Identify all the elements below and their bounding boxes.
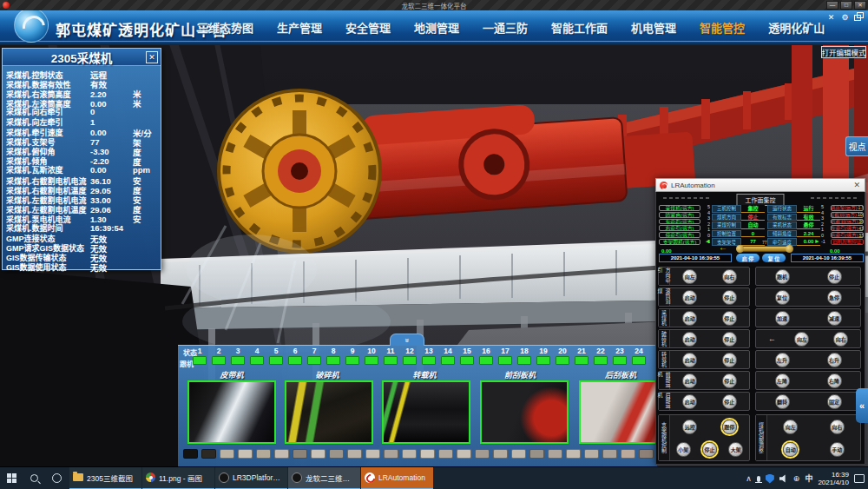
- control-button[interactable]: 停止: [722, 394, 737, 409]
- support-status-indicator[interactable]: [536, 356, 550, 365]
- filmstrip-frame[interactable]: [529, 449, 544, 459]
- filmstrip-frame[interactable]: [457, 449, 471, 459]
- support-status-indicator[interactable]: [613, 356, 627, 365]
- panel-close-icon[interactable]: ✕: [146, 51, 158, 63]
- camera-thumbnail[interactable]: [480, 380, 569, 444]
- control-button[interactable]: 减速: [827, 311, 842, 326]
- security-shield-icon[interactable]: [766, 474, 774, 484]
- control-button[interactable]: 停止: [702, 442, 717, 457]
- filmstrip-frame[interactable]: [293, 449, 307, 459]
- filmstrip-frame[interactable]: [220, 449, 234, 459]
- support-status-indicator[interactable]: [288, 356, 302, 365]
- support-status-indicator[interactable]: [632, 356, 646, 365]
- support-status-indicator[interactable]: [594, 356, 608, 365]
- microphone-icon[interactable]: [757, 476, 760, 482]
- control-button[interactable]: 固定: [827, 394, 842, 409]
- control-button[interactable]: 向右: [830, 420, 845, 434]
- control-button[interactable]: 向左: [794, 332, 809, 347]
- nav-menu-item[interactable]: 一通三防: [483, 19, 528, 36]
- support-status-indicator[interactable]: [403, 356, 417, 365]
- filmstrip-frame[interactable]: [548, 449, 562, 459]
- filmstrip-frame[interactable]: [365, 449, 380, 459]
- viewpoint-tab[interactable]: 视点: [845, 136, 868, 156]
- remote-command-button[interactable]: 右截割(远方) 36: [831, 219, 864, 225]
- control-button[interactable]: 向右: [833, 332, 848, 347]
- control-button[interactable]: 启动: [682, 394, 697, 409]
- remote-command-button[interactable]: 喷雾启(远方): [659, 212, 700, 218]
- close-button[interactable]: ✕: [854, 1, 866, 10]
- filmstrip-frame[interactable]: [238, 449, 253, 459]
- control-button[interactable]: 小架: [676, 442, 691, 457]
- remote-command-button[interactable]: 左牵引(远方): [659, 219, 700, 225]
- taskbar-app-button[interactable]: 2305三维截图: [69, 467, 141, 489]
- nav-menu-item[interactable]: 地测管理: [414, 19, 459, 36]
- control-button[interactable]: 加速: [775, 311, 790, 326]
- filmstrip-frame[interactable]: [384, 449, 398, 459]
- nav-menu-item[interactable]: 透明化矿山: [768, 19, 825, 36]
- control-button[interactable]: 复位: [775, 290, 790, 305]
- speaker-icon[interactable]: [779, 474, 788, 483]
- control-button[interactable]: 停止: [722, 290, 737, 305]
- filmstrip-frame[interactable]: [402, 449, 417, 459]
- clock[interactable]: 16:39 2021/4/10: [818, 471, 849, 486]
- support-status-indicator[interactable]: [575, 356, 589, 365]
- remote-command-button[interactable]: 采煤机(远方): [659, 205, 700, 211]
- remote-command-button[interactable]: 右牵引(远方): [659, 225, 700, 231]
- filmstrip-frame[interactable]: [475, 449, 490, 459]
- control-button[interactable]: 右升: [827, 353, 842, 367]
- open-edit-mode-button[interactable]: 打开编辑模式: [821, 46, 866, 58]
- control-button[interactable]: 停止: [722, 332, 737, 347]
- control-button[interactable]: 大架: [728, 442, 743, 457]
- filmstrip-frame[interactable]: [438, 449, 453, 459]
- taskbar-app-button[interactable]: 11.png - 画图: [142, 467, 214, 489]
- control-button[interactable]: 停止: [722, 311, 737, 326]
- start-stop-button[interactable]: 启 停: [736, 254, 760, 262]
- maximize-button[interactable]: □: [840, 1, 852, 10]
- filmstrip-frame[interactable]: [347, 449, 362, 459]
- filmstrip-frame[interactable]: [566, 449, 581, 459]
- camera-thumbnail[interactable]: [579, 380, 657, 444]
- camera-panel-collapse-tab[interactable]: »: [390, 334, 424, 346]
- lrautomation-titlebar[interactable]: LRAutomation ✕: [655, 178, 865, 192]
- tools-icon[interactable]: ✕: [825, 12, 837, 23]
- control-button[interactable]: 向左: [783, 420, 798, 434]
- control-button[interactable]: 启动: [682, 290, 697, 305]
- support-status-indicator[interactable]: [193, 356, 207, 365]
- nav-menu-item[interactable]: 安全管理: [345, 19, 391, 36]
- taskbar-app-button[interactable]: 龙软二三维一体化...: [288, 467, 360, 489]
- os-titlebar[interactable]: 龙软二三维一体化平台 — □ ✕: [0, 0, 868, 10]
- filmstrip-frame[interactable]: [639, 449, 654, 459]
- filmstrip-frame[interactable]: [274, 449, 289, 459]
- support-status-indicator[interactable]: [556, 356, 569, 365]
- filmstrip-frame[interactable]: [256, 449, 271, 459]
- support-status-indicator[interactable]: [250, 356, 264, 365]
- restore-layout-icon[interactable]: [853, 12, 865, 23]
- network-globe-icon[interactable]: ⊕: [793, 474, 800, 483]
- control-button[interactable]: 停止: [722, 373, 737, 388]
- filmstrip-frame[interactable]: [584, 449, 599, 459]
- remote-command-button[interactable]: 四机控制停止: [831, 239, 864, 245]
- control-button[interactable]: 左升: [775, 353, 790, 367]
- support-status-indicator[interactable]: [326, 356, 340, 365]
- support-status-indicator[interactable]: [422, 356, 436, 365]
- search-icon[interactable]: [23, 467, 45, 489]
- remote-command-button[interactable]: 调高泵(远方) 1.5: [831, 205, 864, 211]
- support-status-indicator[interactable]: [460, 356, 474, 365]
- tray-expand-icon[interactable]: ∧: [746, 474, 752, 483]
- support-status-indicator[interactable]: [384, 356, 398, 365]
- support-status-indicator[interactable]: [498, 356, 512, 365]
- support-status-indicator[interactable]: [307, 356, 321, 365]
- control-button[interactable]: 停止: [827, 269, 842, 284]
- filmstrip-frame[interactable]: [602, 449, 617, 459]
- control-button[interactable]: 右降: [827, 373, 842, 388]
- filmstrip-frame[interactable]: [329, 449, 344, 459]
- collapse-panel-tab[interactable]: «: [856, 388, 868, 423]
- filmstrip-frame[interactable]: [183, 449, 198, 459]
- remote-command-button[interactable]: 支架跟机(远方): [659, 239, 700, 245]
- control-button[interactable]: 翻转: [775, 394, 790, 409]
- control-button[interactable]: 手动: [830, 442, 845, 457]
- minimize-button[interactable]: —: [826, 1, 838, 10]
- filmstrip-frame[interactable]: [493, 449, 508, 459]
- notification-center-icon[interactable]: [854, 474, 865, 483]
- cortana-icon[interactable]: [45, 467, 68, 489]
